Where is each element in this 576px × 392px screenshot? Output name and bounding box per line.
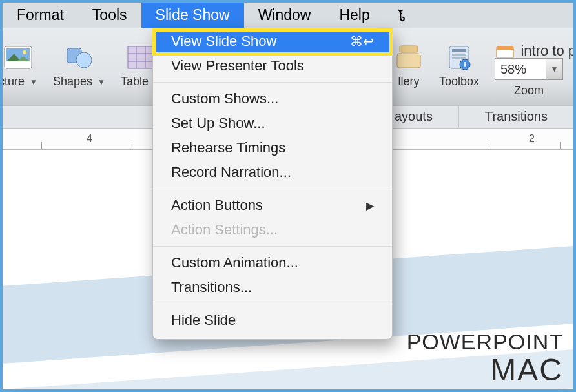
menu-item-transitions[interactable]: Transitions... bbox=[153, 275, 392, 300]
document-title: intro to p bbox=[520, 43, 576, 59]
shapes-label: Shapes bbox=[53, 75, 92, 88]
menu-item-action-settings: Action Settings... bbox=[153, 218, 392, 242]
svg-point-6 bbox=[76, 52, 92, 68]
menu-item-action-buttons[interactable]: Action Buttons▶ bbox=[153, 193, 392, 218]
script-menu-icon[interactable] bbox=[384, 3, 419, 28]
svg-rect-21 bbox=[497, 46, 513, 50]
menu-separator bbox=[153, 304, 392, 304]
zoom-control[interactable]: 58% ▼ Zoom bbox=[495, 58, 563, 98]
menu-item-set-up-show[interactable]: Set Up Show... bbox=[153, 111, 392, 136]
chevron-down-icon: ▼ bbox=[98, 77, 105, 87]
shortcut-label: ⌘↩ bbox=[350, 34, 374, 49]
svg-text:i: i bbox=[464, 61, 466, 68]
gallery-icon bbox=[394, 43, 424, 72]
gallery-button[interactable]: llery bbox=[386, 43, 431, 88]
ruler-mark: 2 bbox=[529, 133, 535, 145]
menu-separator bbox=[153, 246, 392, 247]
tab-transitions[interactable]: Transitions bbox=[459, 106, 573, 128]
menu-item-record-narration[interactable]: Record Narration... bbox=[153, 160, 392, 185]
menu-slide-show[interactable]: Slide Show bbox=[141, 3, 244, 28]
svg-rect-15 bbox=[452, 49, 466, 52]
menu-item-view-slide-show[interactable]: View Slide Show⌘↩ bbox=[153, 29, 392, 54]
zoom-value: 58% bbox=[500, 62, 526, 77]
svg-point-4 bbox=[23, 50, 26, 54]
menu-item-custom-shows[interactable]: Custom Shows... bbox=[153, 87, 392, 111]
document-icon bbox=[496, 45, 514, 59]
toolbox-icon: i bbox=[444, 43, 474, 72]
menu-window[interactable]: Window bbox=[244, 3, 325, 28]
menu-item-custom-animation[interactable]: Custom Animation... bbox=[153, 251, 392, 275]
picture-icon bbox=[3, 43, 33, 72]
svg-rect-17 bbox=[452, 57, 466, 59]
menu-separator bbox=[153, 189, 392, 189]
menu-item-hide-slide[interactable]: Hide Slide bbox=[153, 308, 392, 333]
menu-tools[interactable]: Tools bbox=[78, 3, 141, 28]
gallery-label: llery bbox=[398, 75, 419, 88]
svg-rect-7 bbox=[128, 46, 154, 68]
menu-item-rehearse-timings[interactable]: Rehearse Timings bbox=[153, 136, 392, 160]
shapes-icon bbox=[64, 43, 94, 72]
chevron-down-icon: ▼ bbox=[30, 77, 37, 87]
zoom-dropdown-button[interactable]: ▼ bbox=[546, 58, 563, 80]
svg-rect-13 bbox=[397, 54, 420, 68]
menu-format[interactable]: Format bbox=[3, 3, 78, 28]
menu-help[interactable]: Help bbox=[325, 3, 384, 28]
slide-show-menu: View Slide Show⌘↩ View Presenter Tools C… bbox=[152, 28, 393, 340]
menu-item-view-presenter-tools[interactable]: View Presenter Tools bbox=[153, 54, 392, 78]
picture-button[interactable]: cture▼ bbox=[0, 43, 45, 88]
table-label: Table bbox=[121, 75, 149, 88]
chevron-down-icon: ▼ bbox=[551, 65, 559, 74]
menubar: Format Tools Slide Show Window Help bbox=[3, 3, 573, 28]
ruler-mark: 4 bbox=[87, 133, 92, 145]
watermark: POWERPOINT MAC bbox=[407, 329, 563, 386]
zoom-label: Zoom bbox=[514, 84, 544, 98]
picture-label: cture bbox=[0, 75, 25, 88]
submenu-arrow-icon: ▶ bbox=[366, 200, 374, 212]
shapes-button[interactable]: Shapes▼ bbox=[45, 43, 113, 88]
toolbox-label: Toolbox bbox=[439, 75, 479, 88]
table-icon bbox=[126, 43, 156, 72]
menu-separator bbox=[153, 82, 392, 83]
svg-rect-16 bbox=[452, 54, 466, 56]
svg-rect-12 bbox=[400, 46, 418, 52]
